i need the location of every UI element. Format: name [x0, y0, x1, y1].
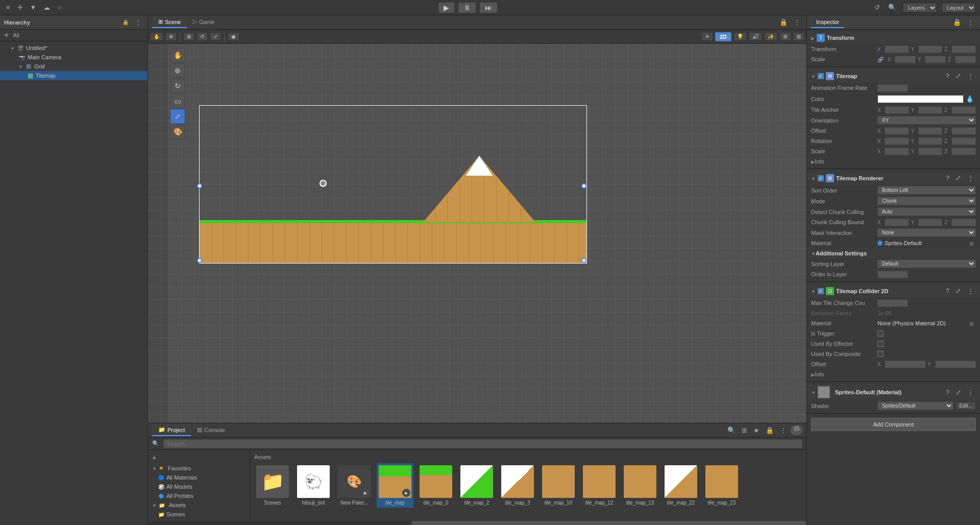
bounds-y-input[interactable]: 0	[918, 219, 943, 226]
lighting-btn[interactable]: 💡	[733, 32, 747, 41]
hierarchy-item-untitled[interactable]: Untitled*	[0, 43, 148, 53]
tilemap-renderer-header[interactable]: ✓ ⊞ Tilemap Renderer ? ⤢ ⋮	[807, 171, 980, 185]
persp-btn[interactable]: ☀	[701, 32, 713, 41]
hierarchy-item-grid[interactable]: Grid	[0, 62, 148, 71]
tilemap-help-icon[interactable]: ?	[944, 71, 951, 81]
tab-scene[interactable]: ⊞ Scene	[152, 16, 187, 28]
sidebar-item-all-prefabs[interactable]: All Prefabs	[148, 491, 250, 500]
hierarchy-item-maincamera[interactable]: Main Camera	[0, 53, 148, 62]
history-btn[interactable]: ↺	[872, 3, 882, 12]
tscale-x-input[interactable]: 1	[885, 148, 909, 155]
asset-scenes[interactable]: 📁 Scenes	[254, 463, 291, 508]
cloud-btn[interactable]: ☁	[41, 3, 52, 12]
used-by-composite-checkbox[interactable]	[877, 351, 884, 357]
move-tool-btn[interactable]: ⊞	[183, 32, 194, 41]
project-lock-icon[interactable]: 🔒	[764, 425, 776, 435]
project-starred-icon[interactable]: ★	[751, 425, 762, 435]
scene-menu-icon[interactable]: ⋮	[792, 17, 802, 27]
max-tile-change-input[interactable]: 1000	[877, 299, 908, 307]
asset-tile-map[interactable]: ▶ tile_map	[377, 463, 413, 508]
collab-btn[interactable]: ○	[55, 3, 63, 12]
material-target-icon[interactable]: ◎	[967, 240, 976, 247]
rect-btn[interactable]: ▭	[170, 94, 185, 108]
sprites-help-icon[interactable]: ?	[944, 388, 951, 397]
transform-tool-btn[interactable]: ✛	[15, 3, 25, 12]
scale-link-icon[interactable]: 🔗	[877, 57, 884, 62]
collider-material-target-icon[interactable]: ◎	[967, 320, 976, 327]
sidebar-item-all-models[interactable]: All Models	[148, 482, 250, 491]
is-trigger-checkbox[interactable]	[877, 330, 884, 337]
asset-tile-map-3[interactable]: tile_map_3	[499, 463, 536, 508]
bounds-z-input[interactable]: 0	[951, 219, 976, 226]
transform-header[interactable]: T Transform	[807, 32, 980, 44]
sprites-expand-icon[interactable]: ⤢	[953, 388, 963, 397]
layers-dropdown[interactable]: Layers	[902, 3, 937, 13]
bottom-scrollbar[interactable]	[148, 521, 806, 525]
sidebar-item-assets[interactable]: Assets	[148, 500, 250, 510]
asset-tile-map-23[interactable]: tile_map_23	[703, 463, 740, 508]
tscale-z-input[interactable]: 1	[951, 148, 976, 155]
handle-tl[interactable]	[197, 183, 202, 188]
color-eyedropper-icon[interactable]: 💧	[964, 94, 976, 104]
sidebar-item-add[interactable]: +	[148, 452, 250, 463]
asset-palette[interactable]: 🎨 ▶ New Palet...	[336, 463, 373, 508]
tile-anchor-x-input[interactable]: 0.5	[885, 106, 909, 114]
inspector-lock-icon[interactable]: 🔒	[951, 17, 963, 27]
audio-btn[interactable]: 🔊	[749, 32, 762, 41]
inspector-tab-inspector[interactable]: Inspector	[811, 17, 844, 28]
handle-br[interactable]	[581, 258, 586, 263]
coll-offset-y-input[interactable]: 0	[935, 361, 976, 368]
rot-x-input[interactable]: 0	[885, 45, 909, 53]
gizmos-btn[interactable]: ⚙	[779, 32, 791, 41]
project-search-input[interactable]	[163, 439, 802, 448]
rotate-scene-btn[interactable]: ↻	[170, 79, 185, 93]
crosshair-btn[interactable]: ⊕	[170, 63, 185, 78]
trot-y-input[interactable]: 0	[918, 137, 943, 145]
collider-info-row[interactable]: Info	[807, 369, 980, 379]
collider-overflow-icon[interactable]: ⋮	[965, 286, 976, 296]
dropdown-btn-1[interactable]: ▼	[28, 3, 39, 12]
offset-y-input[interactable]: 0	[918, 127, 943, 135]
order-in-layer-input[interactable]: 0	[877, 271, 908, 278]
scene-lock-icon[interactable]: 🔒	[777, 17, 790, 27]
renderer-overflow-icon[interactable]: ⋮	[965, 173, 976, 183]
layout-dropdown[interactable]: Layout	[941, 3, 976, 13]
hierarchy-add-btn[interactable]: +	[4, 31, 9, 40]
additional-settings-row[interactable]: Additional Settings	[807, 248, 980, 258]
sorting-layer-dropdown[interactable]: Default	[877, 259, 976, 268]
effects-btn[interactable]: ✨	[764, 32, 777, 41]
renderer-help-icon[interactable]: ?	[944, 173, 951, 183]
tscale-y-input[interactable]: 1	[918, 148, 943, 155]
sidebar-item-favorites[interactable]: Favorites	[148, 463, 250, 473]
orientation-dropdown[interactable]: XY	[877, 116, 976, 125]
rot-z-input[interactable]: 0	[951, 45, 976, 53]
tilemap-component-header[interactable]: ✓ ⊞ Tilemap ? ⤢ ⋮	[807, 69, 980, 83]
shader-dropdown[interactable]: Sprites/Default	[877, 401, 953, 410]
color-picker[interactable]	[877, 95, 964, 103]
inspector-menu-icon[interactable]: ⋮	[965, 17, 976, 27]
tab-project[interactable]: 📁 Project	[152, 424, 191, 436]
collider-expand-icon[interactable]: ⤢	[953, 286, 963, 296]
tab-console[interactable]: ▤ Console	[191, 424, 231, 436]
hierarchy-item-tilemap[interactable]: Tilemap	[0, 71, 148, 80]
sort-order-dropdown[interactable]: Bottom Left	[877, 186, 976, 195]
pause-button[interactable]: ⏸	[458, 3, 476, 13]
collider-enabled-checkbox[interactable]: ✓	[818, 288, 824, 294]
scale-tool-btn[interactable]: ⤢	[210, 32, 221, 41]
scene-viewport[interactable]: ✋ ⊕ ↻ ▭ ⤢ 🎨	[148, 44, 806, 423]
coll-offset-x-input[interactable]: 0	[885, 361, 926, 368]
tilemap-enabled-checkbox[interactable]: ✓	[818, 73, 824, 79]
hand-scene-btn[interactable]: ✋	[170, 48, 185, 62]
scale-z-input[interactable]: 1	[955, 56, 976, 63]
grid-btn2[interactable]: ⊞	[793, 32, 804, 41]
tile-anchor-z-input[interactable]: 0	[951, 106, 976, 114]
offset-z-input[interactable]: 0	[951, 127, 976, 135]
sidebar-item-scenes[interactable]: Scenes	[148, 510, 250, 519]
asset-tile-map-2[interactable]: tile_map_2	[458, 463, 495, 508]
handle-bl[interactable]	[197, 258, 202, 263]
used-by-effector-checkbox[interactable]	[877, 341, 884, 347]
collider-help-icon[interactable]: ?	[944, 286, 951, 296]
renderer-expand-icon[interactable]: ⤢	[953, 173, 963, 183]
scale-y-input[interactable]: 1	[925, 56, 946, 63]
rotate-tool-btn[interactable]: ↺	[197, 32, 208, 41]
